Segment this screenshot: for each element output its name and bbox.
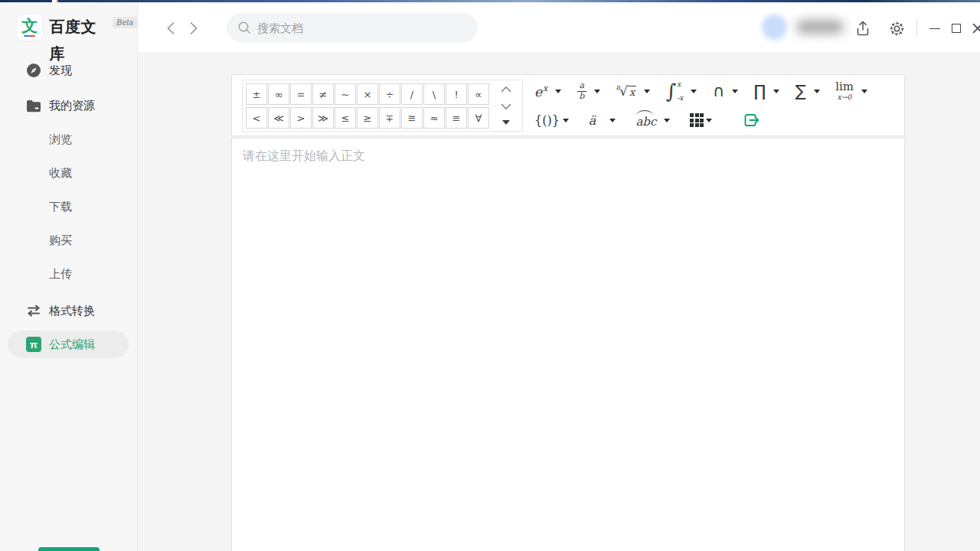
username-blurred [796, 20, 844, 34]
gear-icon[interactable] [888, 20, 905, 37]
symbol-button[interactable]: ≤ [335, 107, 356, 129]
dropdown-caret-icon [644, 90, 650, 93]
symbol-button[interactable]: ≡ [446, 107, 467, 129]
symbol-palette: ±∞=≠~×÷/\!∝ <≪>≫≤≥∓≅≈≡∀ [242, 80, 523, 132]
symbol-button[interactable]: ≥ [357, 107, 378, 129]
template-brackets-button[interactable]: {()} [534, 113, 569, 128]
sidebar-item-label: 浏览 [49, 132, 72, 147]
symbol-button[interactable]: ≠ [312, 83, 334, 105]
sidebar-item-label: 公式编辑 [49, 337, 95, 352]
avatar[interactable] [762, 15, 787, 40]
formula-toolbar-panel: ±∞=≠~×÷/\!∝ <≪>≫≤≥∓≅≈≡∀ ex ab [231, 74, 905, 136]
search-icon [237, 21, 251, 34]
matrix-grid-icon [690, 113, 704, 127]
symbol-button[interactable]: = [290, 83, 312, 105]
sidebar-item-label: 发现 [49, 64, 72, 78]
dropdown-caret-icon [555, 90, 561, 93]
dropdown-caret-icon [773, 90, 779, 93]
swap-icon [26, 303, 41, 318]
compass-icon [26, 63, 41, 78]
template-row-1: ex ab n√x ∫x-x ∩ [534, 79, 867, 103]
sidebar-bottom-button-edge[interactable] [38, 547, 100, 551]
close-icon[interactable] [969, 20, 980, 37]
sidebar-item-my-resources[interactable]: 我的资源 [0, 95, 138, 116]
dropdown-caret-icon [814, 90, 820, 93]
template-intersection-button[interactable]: ∩ [713, 82, 738, 100]
template-matrix-button[interactable] [690, 113, 712, 127]
template-limit-button[interactable]: limx→0 [835, 81, 867, 101]
sidebar-item-label: 购买 [49, 233, 72, 248]
template-row-2: {()} ä abc [534, 108, 887, 132]
logo-underline [24, 35, 35, 37]
template-exponent-button[interactable]: ex [534, 83, 561, 99]
chevron-down-icon[interactable] [501, 103, 511, 110]
sidebar-item-downloads[interactable]: 下载 [0, 196, 138, 217]
dropdown-caret-icon [563, 119, 569, 122]
minimize-icon[interactable] [926, 20, 943, 37]
symbol-button[interactable]: ≈ [423, 107, 445, 129]
sidebar-item-label: 格式转换 [49, 304, 95, 318]
symbol-button[interactable]: \ [423, 83, 445, 105]
sidebar-item-format-convert[interactable]: 格式转换 [0, 300, 138, 321]
chevron-up-icon[interactable] [501, 86, 511, 93]
sidebar-item-browse[interactable]: 浏览 [0, 129, 138, 150]
sidebar: 文 百度文库 Beta 发现 我的资源 浏览 收藏 下载 购买 上传 [0, 2, 138, 551]
topbar [138, 2, 980, 52]
beta-badge: Beta [113, 17, 137, 28]
symbol-button[interactable]: > [290, 107, 312, 129]
dropdown-caret-icon [664, 119, 670, 122]
sidebar-item-upload[interactable]: 上传 [0, 263, 138, 285]
dropdown-caret-icon [594, 90, 600, 93]
symbol-button[interactable]: ÷ [379, 83, 400, 105]
maximize-icon[interactable] [948, 20, 965, 37]
symbol-button[interactable]: ∓ [379, 107, 400, 129]
search-bar[interactable] [227, 13, 478, 42]
template-integral-button[interactable]: ∫x-x [666, 80, 697, 102]
wenku-logo-icon: 文 [17, 14, 43, 41]
back-icon[interactable] [164, 21, 178, 36]
symbol-row-2: <≪>≫≤≥∓≅≈≡∀ [246, 107, 489, 129]
template-widehat-button[interactable]: abc [635, 112, 670, 129]
sidebar-item-label: 下载 [49, 200, 72, 214]
sidebar-item-favorites[interactable]: 收藏 [0, 162, 138, 184]
sidebar-item-formula-editor-content[interactable]: π 公式编辑 [0, 334, 138, 355]
editor-placeholder: 请在这里开始输入正文 [243, 148, 365, 165]
symbol-button[interactable]: ≫ [312, 107, 334, 129]
pi-icon: π [26, 337, 41, 352]
dropdown-caret-icon [861, 90, 867, 93]
share-icon[interactable] [854, 20, 871, 37]
palette-scroll-controls [492, 80, 520, 131]
symbol-button[interactable]: ≪ [268, 107, 289, 129]
template-buttons: ex ab n√x ∫x-x ∩ [534, 79, 887, 132]
triangle-down-icon[interactable] [502, 120, 510, 125]
symbol-button[interactable]: / [401, 83, 423, 105]
topbar-separator [916, 20, 917, 35]
logo-glyph: 文 [21, 18, 38, 34]
sidebar-item-discover[interactable]: 发现 [0, 60, 138, 81]
sidebar-item-label: 我的资源 [49, 99, 95, 113]
sidebar-item-purchases[interactable]: 购买 [0, 230, 138, 251]
symbol-button[interactable]: ∀ [468, 107, 489, 129]
main-content: ±∞=≠~×÷/\!∝ <≪>≫≤≥∓≅≈≡∀ ex ab [138, 52, 980, 551]
symbol-button[interactable]: ! [446, 83, 467, 105]
symbol-button[interactable]: × [357, 83, 378, 105]
dropdown-caret-icon [609, 119, 616, 122]
export-icon[interactable] [743, 112, 760, 128]
symbol-button[interactable]: ∞ [268, 83, 289, 105]
template-product-button[interactable]: ∏ [753, 82, 779, 100]
template-fraction-button[interactable]: ab [577, 81, 601, 100]
symbol-button[interactable]: ~ [335, 83, 356, 105]
search-input[interactable] [257, 21, 456, 34]
symbol-button[interactable]: ± [246, 83, 267, 105]
forward-icon[interactable] [187, 21, 201, 36]
editor-panel[interactable]: 请在这里开始输入正文 [231, 138, 905, 551]
sidebar-item-label: 收藏 [49, 166, 72, 181]
template-summation-button[interactable]: ∑ [795, 82, 820, 100]
sidebar-item-label: 上传 [49, 267, 72, 282]
template-accent-button[interactable]: ä [589, 113, 616, 128]
symbol-button[interactable]: ∝ [468, 83, 489, 105]
dropdown-caret-icon [691, 90, 697, 93]
template-radical-button[interactable]: n√x [616, 85, 650, 98]
symbol-button[interactable]: ≅ [401, 107, 423, 129]
symbol-button[interactable]: < [246, 107, 267, 129]
